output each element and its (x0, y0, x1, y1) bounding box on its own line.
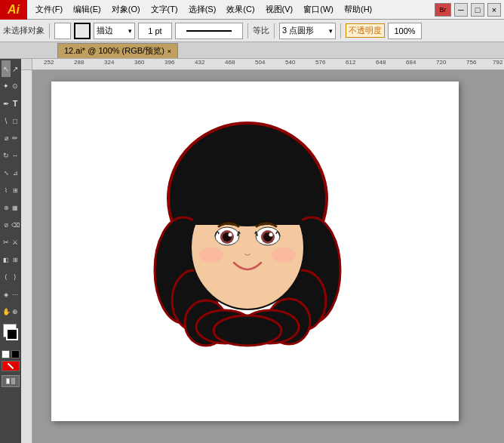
menu-text[interactable]: 文字(T) (146, 0, 183, 19)
rotate-tool-btn[interactable]: ↻ (2, 147, 11, 164)
main-area: ↖ ↗ ✦ ⊙ ✒ T \ □ ⌀ ✏ ↻ ↔ ⤡ ⊿ ⌇ ⊞ (0, 59, 504, 443)
blend-tool-btn[interactable]: ◈ (2, 286, 11, 303)
color-swatches (0, 324, 21, 348)
menu-help[interactable]: 帮助(H) (339, 0, 377, 19)
stroke-line-preview[interactable] (175, 23, 243, 39)
svg-point-19 (269, 233, 273, 237)
opacity-value-box[interactable]: 100% (388, 23, 422, 39)
menu-effect[interactable]: 效果(C) (221, 0, 260, 19)
shape-dropdown[interactable]: 3 点圆形 (279, 23, 336, 39)
stroke-size-box[interactable]: 1 pt (138, 23, 172, 39)
opacity-label: 不透明度 (346, 23, 385, 38)
zoom-tool-btn[interactable]: ⊕ (11, 303, 20, 320)
ruler-horizontal: 252 288 324 360 396 432 468 504 540 576 … (32, 59, 504, 70)
ratio-label: 等比 (253, 25, 269, 36)
direct-select-tool-btn[interactable]: ↗ (11, 60, 20, 77)
mirror-tool-btn[interactable]: ↔ (11, 147, 20, 164)
document-tab[interactable]: 12.ai* @ 100% (RGB/预览) × (57, 43, 178, 58)
bridge-button[interactable]: Br (435, 3, 451, 17)
svg-point-9 (214, 315, 281, 346)
svg-point-15 (229, 233, 232, 237)
svg-point-21 (272, 248, 296, 263)
character-illustration (127, 100, 368, 372)
app-logo: Ai (0, 0, 27, 20)
sep2 (247, 23, 248, 38)
sep4 (340, 23, 341, 38)
shear-tool-btn[interactable]: ⊿ (11, 165, 20, 181)
menu-edit[interactable]: 编辑(E) (68, 0, 106, 19)
paint-bucket-btn[interactable]: ⟩ (11, 269, 20, 285)
min-button[interactable]: ─ (454, 3, 468, 17)
free-transform-btn[interactable]: ⊞ (11, 182, 20, 198)
menu-items: 文件(F) 编辑(E) 对象(O) 文字(T) 选择(S) 效果(C) 视图(V… (27, 0, 377, 19)
sep1 (49, 23, 50, 38)
tab-label: 12.ai* @ 100% (RGB/预览) (64, 45, 164, 57)
mesh-tool-btn[interactable]: ⊞ (11, 251, 20, 268)
select-tool-btn[interactable]: ↖ (2, 60, 11, 77)
left-toolbar: ↖ ↗ ✦ ⊙ ✒ T \ □ ⌀ ✏ ↻ ↔ ⤡ ⊿ ⌇ ⊞ (0, 59, 21, 443)
menu-view[interactable]: 视图(V) (260, 0, 299, 19)
stroke-swatch[interactable] (6, 328, 18, 340)
rect-tool-btn[interactable]: □ (11, 112, 20, 129)
ruler-corner (21, 59, 32, 70)
slice-tool-btn[interactable]: ⊘ (2, 217, 11, 233)
menu-file[interactable]: 文件(F) (30, 0, 68, 19)
knife-tool-btn[interactable]: ⚔ (11, 234, 20, 251)
magic-wand-tool-btn[interactable]: ✦ (2, 78, 11, 94)
fill-color-box[interactable] (54, 23, 71, 39)
svg-point-20 (199, 248, 223, 263)
max-button[interactable]: □ (471, 3, 484, 17)
eraser-tool-btn[interactable]: ⌫ (11, 217, 20, 233)
line-tool-btn[interactable]: \ (2, 112, 11, 129)
ruler-vertical: 8 0 8 0 8 0 8 0 8 0 8 0 8 0 8 0 8 0 8 0 (21, 70, 32, 443)
view-mode-buttons[interactable] (2, 375, 20, 387)
property-toolbar: 未选择对象 描边 1 pt 等比 3 点圆形 不透明度 100% (0, 20, 504, 42)
scale-tool-btn[interactable]: ⤡ (2, 165, 11, 181)
brush-tool-btn[interactable]: ⌀ (2, 130, 11, 146)
warp-tool-btn[interactable]: ⌇ (2, 182, 11, 198)
stroke-color-box[interactable] (74, 23, 91, 39)
menu-object[interactable]: 对象(O) (106, 0, 146, 19)
black-swatch[interactable] (11, 350, 20, 358)
column-chart-btn[interactable]: ▦ (11, 199, 20, 216)
white-swatch[interactable] (2, 350, 10, 358)
menu-bar: Ai 文件(F) 编辑(E) 对象(O) 文字(T) 选择(S) 效果(C) 视… (0, 0, 504, 20)
close-button[interactable]: × (487, 3, 501, 17)
pencil-tool-btn[interactable]: ✏ (11, 130, 20, 146)
scissors-tool-btn[interactable]: ✂ (2, 234, 11, 251)
lasso-tool-btn[interactable]: ⊙ (11, 78, 20, 94)
extra-swatches (2, 350, 20, 358)
menu-window[interactable]: 窗口(W) (298, 0, 339, 19)
gradient-tool-btn[interactable]: ◧ (2, 251, 11, 268)
hand-tool-btn[interactable]: ✋ (2, 303, 11, 320)
autotrace-btn[interactable]: ⋯ (11, 286, 20, 303)
stroke-dropdown[interactable]: 描边 (94, 23, 135, 39)
canvas-area: 252 288 324 360 396 432 468 504 540 576 … (21, 59, 504, 443)
gradient-swatch[interactable] (2, 361, 20, 371)
eyedropper-tool-btn[interactable]: ⟨ (2, 269, 11, 285)
pen-tool-btn[interactable]: ✒ (2, 95, 11, 112)
tab-bar: 12.ai* @ 100% (RGB/预览) × (0, 42, 504, 59)
text-tool-btn[interactable]: T (11, 95, 20, 112)
selection-label: 未选择对象 (3, 25, 45, 36)
symbol-tool-btn[interactable]: ⊛ (2, 199, 11, 216)
menu-select[interactable]: 选择(S) (183, 0, 222, 19)
sep3 (274, 23, 275, 38)
tab-close-btn[interactable]: × (167, 48, 171, 55)
